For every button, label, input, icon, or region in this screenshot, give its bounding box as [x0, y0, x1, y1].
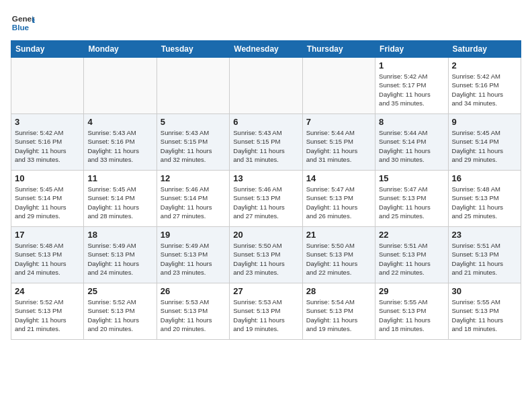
day-number: 21 — [306, 230, 371, 240]
col-header-monday: Monday — [84, 41, 157, 58]
day-info: Sunrise: 5:45 AM Sunset: 5:14 PM Dayligh… — [15, 185, 80, 220]
day-info: Sunrise: 5:43 AM Sunset: 5:15 PM Dayligh… — [161, 128, 226, 164]
day-number: 5 — [161, 117, 226, 127]
logo: General Blue — [11, 11, 35, 35]
day-info: Sunrise: 5:46 AM Sunset: 5:14 PM Dayligh… — [161, 185, 226, 220]
header: General Blue — [11, 11, 521, 35]
day-info: Sunrise: 5:45 AM Sunset: 5:14 PM Dayligh… — [87, 185, 152, 220]
day-info: Sunrise: 5:50 AM Sunset: 5:13 PM Dayligh… — [233, 241, 298, 277]
col-header-tuesday: Tuesday — [157, 41, 229, 58]
day-cell: 22Sunrise: 5:51 AM Sunset: 5:13 PM Dayli… — [375, 227, 448, 283]
day-cell: 15Sunrise: 5:47 AM Sunset: 5:13 PM Dayli… — [375, 171, 448, 227]
day-number: 14 — [306, 173, 371, 183]
day-info: Sunrise: 5:49 AM Sunset: 5:13 PM Dayligh… — [161, 241, 226, 277]
day-cell: 8Sunrise: 5:44 AM Sunset: 5:14 PM Daylig… — [375, 114, 448, 171]
day-number: 24 — [15, 286, 80, 296]
day-number: 11 — [87, 173, 152, 183]
day-cell: 1Sunrise: 5:42 AM Sunset: 5:17 PM Daylig… — [375, 58, 448, 114]
day-cell: 24Sunrise: 5:52 AM Sunset: 5:13 PM Dayli… — [11, 283, 84, 340]
day-info: Sunrise: 5:44 AM Sunset: 5:14 PM Dayligh… — [379, 128, 444, 164]
week-row-4: 17Sunrise: 5:48 AM Sunset: 5:13 PM Dayli… — [11, 227, 521, 283]
day-info: Sunrise: 5:42 AM Sunset: 5:16 PM Dayligh… — [452, 72, 517, 107]
day-info: Sunrise: 5:48 AM Sunset: 5:13 PM Dayligh… — [452, 185, 517, 220]
day-number: 12 — [161, 173, 226, 183]
day-number: 18 — [87, 230, 152, 240]
header-row: SundayMondayTuesdayWednesdayThursdayFrid… — [11, 41, 521, 58]
calendar-table: SundayMondayTuesdayWednesdayThursdayFrid… — [11, 40, 521, 340]
day-cell: 23Sunrise: 5:51 AM Sunset: 5:13 PM Dayli… — [448, 227, 521, 283]
day-cell: 25Sunrise: 5:52 AM Sunset: 5:13 PM Dayli… — [84, 283, 157, 340]
day-number: 9 — [452, 117, 517, 127]
day-number: 16 — [452, 173, 517, 183]
day-info: Sunrise: 5:42 AM Sunset: 5:17 PM Dayligh… — [379, 72, 444, 107]
day-info: Sunrise: 5:49 AM Sunset: 5:13 PM Dayligh… — [87, 241, 152, 277]
day-info: Sunrise: 5:47 AM Sunset: 5:13 PM Dayligh… — [379, 185, 444, 220]
day-cell: 30Sunrise: 5:55 AM Sunset: 5:13 PM Dayli… — [448, 283, 521, 340]
day-number: 27 — [233, 286, 298, 296]
day-cell: 16Sunrise: 5:48 AM Sunset: 5:13 PM Dayli… — [448, 171, 521, 227]
day-cell — [230, 58, 302, 114]
day-info: Sunrise: 5:46 AM Sunset: 5:13 PM Dayligh… — [233, 185, 298, 220]
col-header-wednesday: Wednesday — [230, 41, 302, 58]
day-number: 23 — [452, 230, 517, 240]
day-info: Sunrise: 5:52 AM Sunset: 5:13 PM Dayligh… — [87, 298, 152, 333]
svg-text:Blue: Blue — [12, 23, 30, 32]
day-cell: 21Sunrise: 5:50 AM Sunset: 5:13 PM Dayli… — [302, 227, 375, 283]
day-cell: 14Sunrise: 5:47 AM Sunset: 5:13 PM Dayli… — [302, 171, 375, 227]
day-info: Sunrise: 5:54 AM Sunset: 5:13 PM Dayligh… — [306, 298, 371, 333]
day-cell: 6Sunrise: 5:43 AM Sunset: 5:15 PM Daylig… — [230, 114, 302, 171]
day-number: 7 — [306, 117, 371, 127]
day-info: Sunrise: 5:51 AM Sunset: 5:13 PM Dayligh… — [452, 241, 517, 277]
day-info: Sunrise: 5:47 AM Sunset: 5:13 PM Dayligh… — [306, 185, 371, 220]
day-number: 30 — [452, 286, 517, 296]
day-cell: 11Sunrise: 5:45 AM Sunset: 5:14 PM Dayli… — [84, 171, 157, 227]
day-cell: 7Sunrise: 5:44 AM Sunset: 5:15 PM Daylig… — [302, 114, 375, 171]
day-number: 22 — [379, 230, 444, 240]
day-number: 4 — [87, 117, 152, 127]
day-cell: 26Sunrise: 5:53 AM Sunset: 5:13 PM Dayli… — [157, 283, 229, 340]
day-cell: 27Sunrise: 5:53 AM Sunset: 5:13 PM Dayli… — [230, 283, 302, 340]
day-number: 2 — [452, 60, 517, 71]
day-number: 15 — [379, 173, 444, 183]
col-header-friday: Friday — [375, 41, 448, 58]
day-info: Sunrise: 5:50 AM Sunset: 5:13 PM Dayligh… — [306, 241, 371, 277]
col-header-sunday: Sunday — [11, 41, 84, 58]
day-number: 1 — [379, 60, 444, 71]
day-cell: 20Sunrise: 5:50 AM Sunset: 5:13 PM Dayli… — [230, 227, 302, 283]
svg-text:General: General — [12, 14, 35, 23]
day-number: 13 — [233, 173, 298, 183]
day-info: Sunrise: 5:43 AM Sunset: 5:16 PM Dayligh… — [87, 128, 152, 164]
day-info: Sunrise: 5:51 AM Sunset: 5:13 PM Dayligh… — [379, 241, 444, 277]
day-info: Sunrise: 5:44 AM Sunset: 5:15 PM Dayligh… — [306, 128, 371, 164]
day-cell: 19Sunrise: 5:49 AM Sunset: 5:13 PM Dayli… — [157, 227, 229, 283]
day-info: Sunrise: 5:53 AM Sunset: 5:13 PM Dayligh… — [233, 298, 298, 333]
day-info: Sunrise: 5:52 AM Sunset: 5:13 PM Dayligh… — [15, 298, 80, 333]
day-number: 17 — [15, 230, 80, 240]
col-header-saturday: Saturday — [448, 41, 521, 58]
day-info: Sunrise: 5:42 AM Sunset: 5:16 PM Dayligh… — [15, 128, 80, 164]
day-cell: 12Sunrise: 5:46 AM Sunset: 5:14 PM Dayli… — [157, 171, 229, 227]
day-cell: 13Sunrise: 5:46 AM Sunset: 5:13 PM Dayli… — [230, 171, 302, 227]
day-number: 10 — [15, 173, 80, 183]
day-cell — [302, 58, 375, 114]
logo-icon: General Blue — [11, 11, 35, 35]
day-number: 26 — [161, 286, 226, 296]
day-number: 19 — [161, 230, 226, 240]
day-cell: 9Sunrise: 5:45 AM Sunset: 5:14 PM Daylig… — [448, 114, 521, 171]
day-cell — [157, 58, 229, 114]
week-row-2: 3Sunrise: 5:42 AM Sunset: 5:16 PM Daylig… — [11, 114, 521, 171]
day-cell: 5Sunrise: 5:43 AM Sunset: 5:15 PM Daylig… — [157, 114, 229, 171]
day-number: 8 — [379, 117, 444, 127]
day-info: Sunrise: 5:55 AM Sunset: 5:13 PM Dayligh… — [379, 298, 444, 333]
day-info: Sunrise: 5:43 AM Sunset: 5:15 PM Dayligh… — [233, 128, 298, 164]
day-cell: 28Sunrise: 5:54 AM Sunset: 5:13 PM Dayli… — [302, 283, 375, 340]
day-number: 25 — [87, 286, 152, 296]
day-cell — [11, 58, 84, 114]
day-cell: 17Sunrise: 5:48 AM Sunset: 5:13 PM Dayli… — [11, 227, 84, 283]
day-info: Sunrise: 5:45 AM Sunset: 5:14 PM Dayligh… — [452, 128, 517, 164]
day-number: 6 — [233, 117, 298, 127]
day-number: 20 — [233, 230, 298, 240]
day-cell: 4Sunrise: 5:43 AM Sunset: 5:16 PM Daylig… — [84, 114, 157, 171]
day-info: Sunrise: 5:53 AM Sunset: 5:13 PM Dayligh… — [161, 298, 226, 333]
day-cell: 29Sunrise: 5:55 AM Sunset: 5:13 PM Dayli… — [375, 283, 448, 340]
